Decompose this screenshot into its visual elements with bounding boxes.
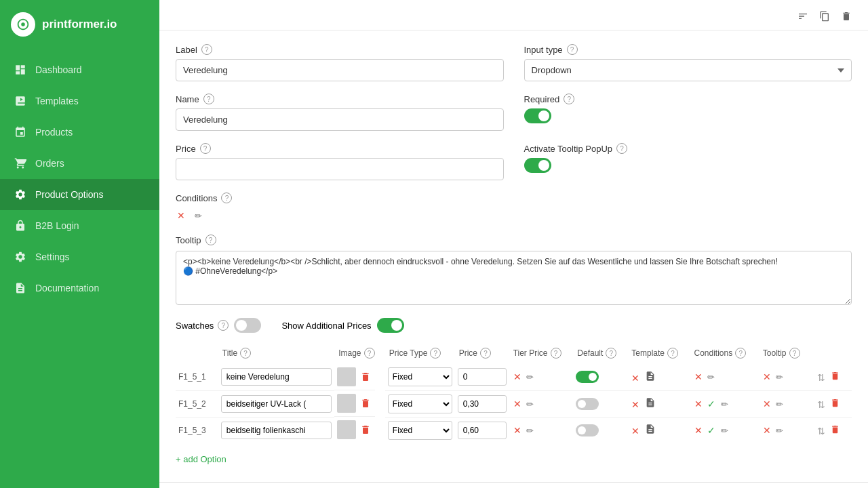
row-conditions-edit-0[interactable]: ✏ (706, 371, 716, 384)
row-template-x-0[interactable]: ✕ (630, 371, 641, 385)
table-conditions-help-icon[interactable]: ? (735, 348, 746, 359)
row-tooltip-x-2[interactable]: ✕ (762, 424, 772, 437)
row-pricetype-select-1[interactable]: Fixed Percent (388, 394, 452, 413)
add-option-button[interactable]: + add Option (176, 450, 226, 468)
tier-price-help-icon[interactable]: ? (551, 348, 561, 359)
sidebar-item-product-options[interactable]: Product Options (0, 179, 159, 210)
row-image-delete-1[interactable] (359, 396, 372, 410)
row-template-doc-1[interactable] (644, 396, 657, 409)
activate-tooltip-help-icon[interactable]: ? (616, 143, 627, 154)
row-delete-2[interactable] (829, 423, 842, 436)
row-conditions-x-1[interactable]: ✕ (693, 397, 704, 411)
sidebar-item-dashboard[interactable]: Dashboard (0, 54, 159, 85)
row-tierprice-edit-1[interactable]: ✏ (525, 398, 535, 411)
row-tierprice-edit-0[interactable]: ✏ (525, 371, 535, 384)
show-additional-prices-group: Show Additional Prices (281, 318, 403, 333)
row-conditions-x-2[interactable]: ✕ (693, 424, 704, 437)
b2b-icon (14, 219, 27, 232)
swatches-help-icon[interactable]: ? (218, 320, 229, 331)
documentation-icon (14, 281, 27, 295)
row-conditions-check-1[interactable]: ✓ (706, 397, 717, 411)
sidebar-item-settings[interactable]: Settings (0, 241, 159, 272)
row-price-input-0[interactable] (458, 368, 507, 386)
row-conditions-edit-1[interactable]: ✏ (719, 398, 730, 411)
input-type-select[interactable]: Dropdown Radio Checkbox (524, 59, 852, 81)
row-tooltip-cell-0: ✕ ✏ (759, 364, 813, 390)
row-tooltip-cell-1: ✕ ✏ (759, 390, 813, 417)
row-delete-0[interactable] (829, 369, 842, 382)
th-conditions: Conditions ? (690, 344, 759, 364)
row-tierprice-edit-2[interactable]: ✏ (525, 424, 535, 437)
label-help-icon[interactable]: ? (201, 44, 212, 55)
row-sort-1[interactable]: ⇅ (816, 398, 827, 411)
template-help-icon[interactable]: ? (667, 348, 678, 359)
row-tooltip-edit-0[interactable]: ✏ (774, 371, 785, 384)
th-empty (176, 344, 218, 364)
row-image-delete-2[interactable] (359, 423, 372, 436)
tooltip-help-icon[interactable]: ? (205, 235, 216, 245)
row-delete-1[interactable] (829, 396, 842, 409)
input-type-help-icon[interactable]: ? (567, 44, 578, 55)
sidebar-nav: Dashboard Templates Products Orders Prod… (0, 49, 159, 309)
row-default-toggle-0[interactable] (576, 371, 599, 383)
row-tierprice-cell-1: ✕ ✏ (509, 390, 574, 417)
name-input[interactable] (176, 108, 504, 131)
sidebar-item-b2b-login[interactable]: B2B Login (0, 210, 159, 241)
sidebar-item-templates[interactable]: Templates (0, 85, 159, 117)
row-tooltip-edit-1[interactable]: ✏ (774, 398, 785, 411)
row-price-input-2[interactable] (458, 422, 507, 439)
price-input[interactable] (176, 158, 504, 180)
row-tooltip-x-1[interactable]: ✕ (762, 397, 772, 411)
row-template-x-2[interactable]: ✕ (630, 424, 641, 438)
show-additional-prices-toggle[interactable] (377, 318, 404, 333)
row-title-input-0[interactable] (221, 368, 332, 386)
row-conditions-edit-2[interactable]: ✏ (719, 424, 730, 437)
row-default-toggle-1[interactable] (576, 398, 599, 410)
price-type-help-icon[interactable]: ? (430, 348, 441, 359)
row-tierprice-x-1[interactable]: ✕ (512, 397, 523, 411)
table-tooltip-help-icon[interactable]: ? (789, 348, 800, 359)
row-conditions-x-0[interactable]: ✕ (693, 370, 704, 384)
row-sort-0[interactable]: ⇅ (816, 371, 827, 384)
row-price-input-1[interactable] (458, 395, 507, 413)
conditions-edit-button[interactable]: ✏ (193, 209, 203, 222)
row-tierprice-x-2[interactable]: ✕ (512, 424, 523, 437)
th-tooltip: Tooltip ? (759, 344, 813, 364)
tooltip-textarea[interactable] (176, 251, 852, 305)
row-pricetype-select-0[interactable]: Fixed Percent (388, 367, 452, 386)
row-pricetype-select-2[interactable]: Fixed Percent (388, 421, 452, 440)
default-help-icon[interactable]: ? (606, 348, 616, 359)
name-field-label: Name ? (176, 94, 504, 104)
row-template-doc-0[interactable] (644, 369, 657, 383)
copy-button[interactable] (816, 8, 833, 24)
name-help-icon[interactable]: ? (203, 94, 214, 104)
sidebar-item-orders[interactable]: Orders (0, 148, 159, 179)
required-help-icon[interactable]: ? (564, 94, 574, 104)
price-help-icon[interactable]: ? (200, 143, 211, 154)
image-help-icon[interactable]: ? (364, 348, 375, 359)
label-input[interactable] (176, 59, 504, 81)
sidebar-item-documentation[interactable]: Documentation (0, 272, 159, 304)
activate-tooltip-toggle[interactable] (524, 158, 551, 173)
conditions-help-icon[interactable]: ? (221, 192, 232, 203)
row-template-doc-2[interactable] (644, 422, 657, 436)
conditions-x-button[interactable]: ✕ (176, 209, 186, 222)
row-tierprice-x-0[interactable]: ✕ (512, 370, 523, 384)
swatches-slider (234, 318, 261, 333)
row-image-delete-0[interactable] (359, 370, 372, 384)
row-tooltip-x-0[interactable]: ✕ (762, 370, 772, 384)
title-help-icon[interactable]: ? (240, 348, 251, 359)
swatches-toggle[interactable] (234, 318, 261, 333)
sidebar-item-products[interactable]: Products (0, 117, 159, 148)
row-template-x-1[interactable]: ✕ (630, 398, 641, 411)
table-price-help-icon[interactable]: ? (480, 348, 491, 359)
sort-button[interactable] (795, 8, 811, 24)
delete-button[interactable] (838, 8, 854, 24)
row-title-input-1[interactable] (221, 395, 332, 413)
required-toggle[interactable] (524, 108, 551, 123)
row-default-toggle-2[interactable] (576, 424, 599, 436)
row-sort-2[interactable]: ⇅ (816, 424, 827, 438)
row-title-input-2[interactable] (221, 422, 332, 439)
row-tooltip-edit-2[interactable]: ✏ (774, 424, 785, 437)
row-conditions-check-2[interactable]: ✓ (706, 424, 717, 437)
